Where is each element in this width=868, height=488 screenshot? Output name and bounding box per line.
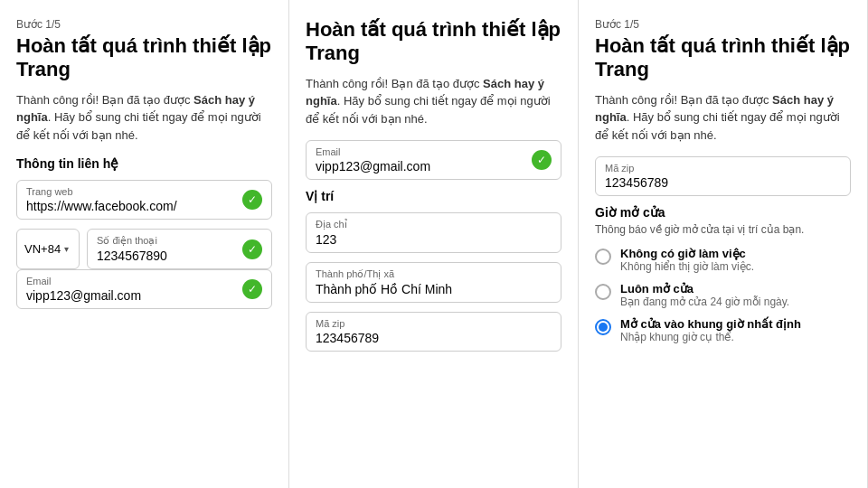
radio-text-2: Luôn mở cửa Bạn đang mở cửa 24 giờ mỗi n… (620, 282, 789, 308)
address-label: Địa chỉ (316, 219, 552, 230)
email-value-1: vipp123@gmail.com (26, 288, 262, 303)
desc-text-after-1: . Hãy bổ sung chi tiết ngay để mọi người… (16, 110, 261, 142)
phone-prefix-value: VN+84 (24, 242, 61, 256)
phone-check-icon: ✓ (242, 239, 262, 259)
step-label-1: Bước 1/5 (16, 18, 272, 31)
radio-text-1: Không có giờ làm việc Không hiển thị giờ… (620, 247, 754, 273)
email-value-2: vipp123@gmail.com (316, 159, 552, 174)
step-label-3: Bước 1/5 (595, 18, 851, 31)
desc-text-after-2: . Hãy bổ sung chi tiết ngay để mọi người… (306, 94, 551, 126)
phone-label: Số điện thoại (97, 235, 239, 247)
radio-title-3: Mở cửa vào khung giờ nhất định (620, 317, 801, 331)
hours-title: Giờ mở cửa (595, 205, 851, 220)
radio-desc-2: Bạn đang mở cửa 24 giờ mỗi ngày. (620, 296, 789, 308)
phone-field[interactable]: Số điện thoại 1234567890 ✓ (87, 229, 272, 269)
radio-item-2[interactable]: Luôn mở cửa Bạn đang mở cửa 24 giờ mỗi n… (595, 282, 851, 308)
radio-circle-2[interactable] (595, 284, 611, 300)
website-value: https://www.facebook.com/ (26, 199, 262, 213)
radio-circle-3[interactable] (595, 319, 611, 335)
radio-circle-1[interactable] (595, 249, 611, 265)
radio-desc-1: Không hiển thị giờ làm việc. (620, 260, 754, 273)
radio-item-3[interactable]: Mở cửa vào khung giờ nhất định Nhập khun… (595, 317, 851, 343)
panel-desc-3: Thành công rồi! Bạn đã tạo được Sách hay… (595, 91, 851, 145)
email-check-icon-2: ✓ (532, 150, 552, 170)
desc-text-before-1: Thành công rồi! Bạn đã tạo được (16, 93, 193, 107)
panel-title-3: Hoàn tất quá trình thiết lập Trang (595, 34, 851, 82)
email-label-2: Email (316, 146, 552, 157)
radio-text-3: Mở cửa vào khung giờ nhất định Nhập khun… (620, 317, 801, 343)
phone-prefix-selector[interactable]: VN+84 ▾ (16, 229, 80, 269)
panel-3: Bước 1/5 Hoàn tất quá trình thiết lập Tr… (579, 0, 868, 488)
email-field-2[interactable]: Email vipp123@gmail.com ✓ (306, 140, 561, 180)
desc-text-after-3: . Hãy bổ sung chi tiết ngay để mọi người… (595, 110, 840, 142)
zip-label-2: Mã zip (316, 318, 552, 329)
zip-value-3: 123456789 (605, 175, 841, 190)
panel-desc-1: Thành công rồi! Bạn đã tạo được Sách hay… (16, 91, 272, 145)
city-label: Thành phố/Thị xã (316, 268, 552, 280)
email-field-1[interactable]: Email vipp123@gmail.com ✓ (16, 269, 272, 309)
location-title: Vị trí (306, 189, 561, 203)
desc-text-before-2: Thành công rồi! Bạn đã tạo được (306, 77, 483, 90)
section-title-1: Thông tin liên hệ (16, 156, 272, 171)
hours-desc: Thông báo về giờ mở cửa tại vị trí của b… (595, 223, 851, 236)
website-field[interactable]: Trang web https://www.facebook.com/ ✓ (16, 180, 272, 220)
email-check-icon-1: ✓ (242, 279, 262, 299)
city-field[interactable]: Thành phố/Thị xã Thành phố Hồ Chí Minh (306, 262, 561, 303)
phone-row: VN+84 ▾ Số điện thoại 1234567890 ✓ (16, 229, 272, 269)
arrow-down-icon: ▾ (64, 244, 69, 254)
phone-value: 1234567890 (97, 249, 239, 263)
desc-text-before-3: Thành công rồi! Bạn đã tạo được (595, 93, 772, 107)
zip-label-3: Mã zip (605, 163, 841, 174)
radio-item-1[interactable]: Không có giờ làm việc Không hiển thị giờ… (595, 247, 851, 273)
address-value: 123 (316, 232, 552, 247)
panel-2: Hoàn tất quá trình thiết lập Trang Thành… (289, 0, 579, 488)
zip-value-2: 123456789 (316, 331, 552, 345)
website-label: Trang web (26, 186, 262, 197)
panel-1: Bước 1/5 Hoàn tất quá trình thiết lập Tr… (0, 0, 289, 488)
email-label-1: Email (26, 276, 262, 286)
zip-field-2[interactable]: Mã zip 123456789 (306, 312, 561, 352)
panel-title-2: Hoàn tất quá trình thiết lập Trang (306, 18, 561, 66)
zip-field-3[interactable]: Mã zip 123456789 (595, 156, 851, 196)
website-check-icon: ✓ (242, 190, 262, 210)
radio-title-1: Không có giờ làm việc (620, 247, 754, 260)
panel-title-1: Hoàn tất quá trình thiết lập Trang (16, 34, 272, 82)
radio-desc-3: Nhập khung giờ cụ thể. (620, 331, 801, 343)
radio-title-2: Luôn mở cửa (620, 282, 789, 296)
address-field[interactable]: Địa chỉ 123 (306, 212, 561, 253)
city-value: Thành phố Hồ Chí Minh (316, 282, 552, 296)
panel-desc-2: Thành công rồi! Bạn đã tạo được Sách hay… (306, 75, 561, 128)
